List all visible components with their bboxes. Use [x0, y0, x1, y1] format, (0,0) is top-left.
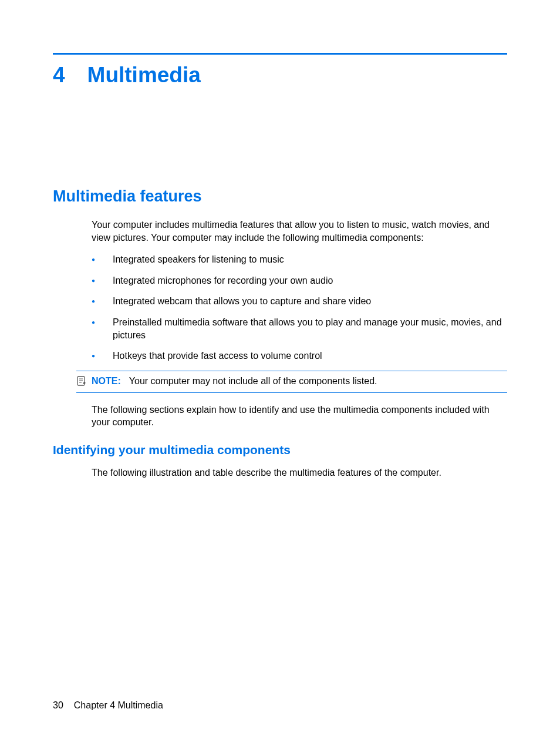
list-item: Integrated microphones for recording you…	[92, 274, 507, 287]
chapter-title: Multimedia	[87, 63, 201, 87]
note-icon	[76, 376, 87, 389]
note-text-body: Your computer may not include all of the…	[129, 376, 377, 386]
subsection-heading-identifying: Identifying your multimedia components	[53, 443, 507, 457]
list-item: Integrated speakers for listening to mus…	[92, 253, 507, 266]
footer-label: Chapter 4 Multimedia	[74, 700, 163, 710]
section-heading-multimedia-features: Multimedia features	[53, 187, 507, 206]
subsection-text: The following illustration and table des…	[92, 466, 507, 479]
note-label: NOTE:	[92, 376, 121, 386]
note-callout: NOTE:Your computer may not include all o…	[76, 371, 507, 393]
page-footer: 30Chapter 4 Multimedia	[53, 700, 163, 711]
list-item: Integrated webcam that allows you to cap…	[92, 295, 507, 308]
chapter-heading: 4Multimedia	[53, 63, 507, 88]
page-number: 30	[53, 700, 63, 710]
section-followup-text: The following sections explain how to id…	[92, 404, 507, 429]
list-item: Preinstalled multimedia software that al…	[92, 316, 507, 341]
note-content: NOTE:Your computer may not include all o…	[92, 375, 377, 388]
section-intro-text: Your computer includes multimedia featur…	[92, 219, 507, 244]
list-item: Hotkeys that provide fast access to volu…	[92, 350, 507, 362]
chapter-top-rule	[53, 53, 507, 55]
chapter-number: 4	[53, 63, 65, 88]
feature-bullet-list: Integrated speakers for listening to mus…	[92, 253, 507, 362]
